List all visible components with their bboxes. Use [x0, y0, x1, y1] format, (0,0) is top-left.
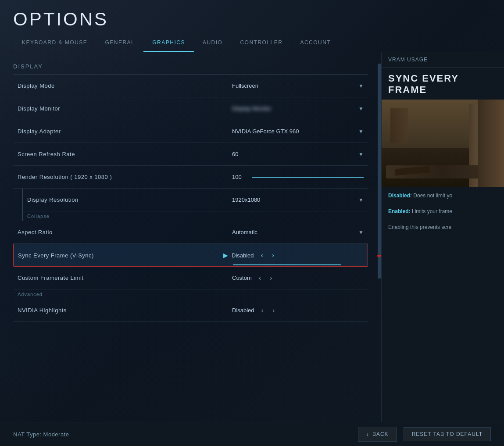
setting-row-framerate-limit: Custom Framerate Limit Custom ‹ ›: [13, 267, 368, 289]
vsync-prev-button[interactable]: ‹: [259, 251, 265, 259]
section-display: Display: [13, 61, 368, 75]
nav-tabs: KEYBOARD & MOUSE GENERAL GRAPHICS AUDIO …: [0, 34, 504, 52]
preview-title: SYNC EVERY FRAME: [382, 68, 504, 100]
vsync-value: Disabled: [232, 252, 254, 259]
nvidia-arrow-nav: Disabled ‹ ›: [232, 307, 276, 314]
desc-extra: Enabling this prevents scre: [388, 223, 497, 231]
nat-type: NAT Type: Moderate: [13, 431, 351, 438]
reset-label: Reset tab to Default: [412, 431, 483, 437]
render-resolution-slider[interactable]: 100: [232, 174, 364, 180]
display-resolution-chevron-icon: ▼: [358, 197, 364, 203]
aspect-ratio-chevron-icon: ▼: [358, 229, 364, 235]
collapse-link[interactable]: Collapse: [23, 211, 368, 221]
framerate-prev-button[interactable]: ‹: [257, 274, 263, 282]
page-title: OPTIONS: [0, 0, 504, 34]
aspect-ratio-value: Automatic: [232, 229, 355, 235]
display-mode-value: Fullscreen: [232, 82, 355, 89]
setting-row-display-monitor: Display Monitor Display Monitor ▼: [13, 97, 368, 120]
nvidia-prev-button[interactable]: ‹: [260, 307, 265, 314]
display-adapter-label: Display Adapter: [18, 128, 232, 135]
nvidia-next-button[interactable]: ›: [271, 307, 276, 314]
render-resolution-control: 100: [232, 174, 364, 180]
display-adapter-chevron-icon: ▼: [358, 128, 364, 135]
preview-image: [382, 100, 504, 187]
display-monitor-control[interactable]: Display Monitor ▼: [232, 105, 364, 112]
setting-row-display-adapter: Display Adapter NVIDIA GeForce GTX 960 ▼: [13, 120, 368, 143]
vsync-underline: [233, 264, 341, 265]
nvidia-highlights-label: NVIDIA Highlights: [18, 307, 232, 314]
main-layout: Display Display Mode Fullscreen ▼ Displa…: [0, 52, 504, 435]
scene-right-wall: [478, 100, 504, 187]
setting-row-nvidia-highlights: NVIDIA Highlights Disabled ‹ ›: [13, 299, 368, 322]
refresh-rate-chevron-icon: ▼: [358, 151, 364, 157]
scene-detail-1: [390, 108, 408, 143]
page-container: OPTIONS KEYBOARD & MOUSE GENERAL GRAPHIC…: [0, 0, 504, 446]
desc-enabled-text: Limits your frame: [412, 208, 452, 214]
cursor-icon: ▶: [223, 252, 228, 259]
vram-header: VRAM Usage: [382, 52, 504, 68]
framerate-limit-label: Custom Framerate Limit: [18, 275, 232, 281]
refresh-rate-control[interactable]: 60 ▼: [232, 151, 364, 157]
setting-row-display-mode: Display Mode Fullscreen ▼: [13, 75, 368, 97]
preview-descriptions: Disabled: Does not limit yo Enabled: Lim…: [382, 187, 504, 235]
desc-disabled-label: Disabled:: [388, 193, 412, 199]
framerate-limit-control: Custom ‹ ›: [232, 274, 364, 282]
tab-audio[interactable]: AUDIO: [194, 34, 232, 52]
desc-disabled-text: Does not limit yo: [413, 193, 452, 199]
display-monitor-value: Display Monitor: [232, 105, 355, 112]
refresh-rate-value: 60: [232, 151, 355, 157]
tab-keyboard[interactable]: KEYBOARD & MOUSE: [13, 34, 96, 52]
display-mode-chevron-icon: ▼: [358, 83, 364, 89]
nvidia-highlights-control: Disabled ‹ ›: [232, 307, 364, 314]
refresh-rate-label: Screen Refresh Rate: [18, 151, 232, 157]
display-monitor-chevron-icon: ▼: [358, 106, 364, 112]
vsync-arrow-nav: Disabled ‹ ›: [232, 251, 276, 259]
setting-row-aspect-ratio: Aspect Ratio Automatic ▼: [13, 221, 368, 244]
reset-tab-button[interactable]: Reset tab to Default: [404, 427, 491, 441]
display-resolution-label: Display Resolution: [27, 196, 232, 203]
render-resolution-value: 100: [232, 174, 247, 180]
framerate-limit-value: Custom: [232, 275, 252, 281]
scroll-track[interactable]: [378, 64, 381, 422]
setting-row-display-resolution: Display Resolution 1920x1080 ▼: [23, 189, 368, 211]
setting-row-render-resolution: Render Resolution ( 1920 x 1080 ) 100: [13, 166, 368, 189]
aspect-ratio-control[interactable]: Automatic ▼: [232, 229, 364, 235]
display-monitor-label: Display Monitor: [18, 105, 232, 112]
display-adapter-control[interactable]: NVIDIA GeForce GTX 960 ▼: [232, 128, 364, 135]
settings-panel: Display Display Mode Fullscreen ▼ Displa…: [0, 52, 381, 435]
tab-controller[interactable]: CONTROLLER: [231, 34, 291, 52]
slider-fill: [252, 177, 364, 178]
vsync-next-button[interactable]: ›: [270, 251, 276, 259]
tab-general[interactable]: GENERAL: [96, 34, 143, 52]
scroll-thumb: [378, 64, 381, 278]
desc-enabled-line: Enabled: Limits your frame: [388, 207, 497, 215]
display-adapter-value: NVIDIA GeForce GTX 960: [232, 128, 355, 135]
preview-panel: VRAM Usage SYNC EVERY FRAME Disabled: Do…: [381, 52, 504, 435]
desc-disabled-line: Disabled: Does not limit yo: [388, 192, 497, 200]
framerate-next-button[interactable]: ›: [268, 274, 274, 282]
tab-graphics[interactable]: GRAPHICS: [143, 34, 194, 52]
framerate-arrow-nav: Custom ‹ ›: [232, 274, 274, 282]
setting-row-vsync: Sync Every Frame (V-Sync) ▶ Disabled ‹ ›…: [13, 244, 368, 267]
display-resolution-control[interactable]: 1920x1080 ▼: [232, 196, 364, 203]
aspect-ratio-label: Aspect Ratio: [18, 229, 232, 235]
bottom-bar: NAT Type: Moderate ‹ Back Reset tab to D…: [0, 422, 504, 446]
nvidia-highlights-value: Disabled: [232, 307, 254, 314]
slider-bar[interactable]: [252, 177, 364, 178]
advanced-link[interactable]: Advanced: [13, 289, 368, 299]
vsync-label: Sync Every Frame (V-Sync): [18, 252, 223, 259]
desc-enabled-label: Enabled:: [388, 208, 411, 214]
display-mode-control[interactable]: Fullscreen ▼: [232, 82, 364, 89]
display-resolution-value: 1920x1080: [232, 196, 355, 203]
setting-row-refresh-rate: Screen Refresh Rate 60 ▼: [13, 143, 368, 166]
tab-account[interactable]: ACCOUNT: [291, 34, 340, 52]
back-label: Back: [372, 431, 389, 437]
red-arrow-indicator: ➜: [376, 248, 381, 263]
display-mode-label: Display Mode: [18, 82, 232, 89]
render-resolution-label: Render Resolution ( 1920 x 1080 ): [18, 174, 232, 180]
vsync-control: Disabled ‹ ›: [232, 251, 363, 259]
back-button[interactable]: ‹ Back: [358, 427, 397, 442]
back-arrow-icon: ‹: [366, 431, 369, 438]
sub-section-display-resolution: Display Resolution 1920x1080 ▼ Collapse: [22, 189, 368, 221]
